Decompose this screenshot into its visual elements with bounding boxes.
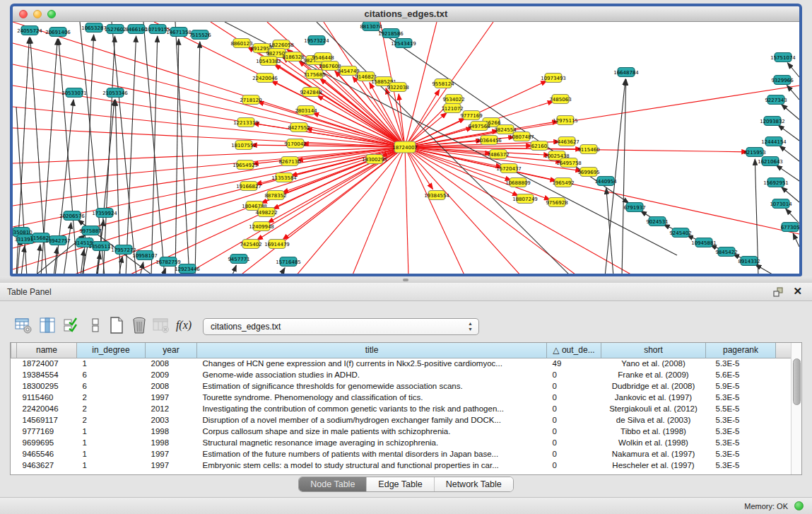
graph-node[interactable]: 1121072 [441, 104, 463, 113]
graph-node[interactable]: 24055724 [17, 26, 42, 35]
table-cell[interactable]: Yano et al. (2008) [601, 358, 706, 369]
table-cell[interactable]: Wolkin et al. (1998) [601, 437, 706, 448]
column-header-year[interactable]: year [146, 343, 197, 358]
table-cell[interactable]: Investigating the contribution of common… [197, 403, 547, 414]
column-header-in_degree[interactable]: in_degree [77, 343, 146, 358]
table-cell[interactable]: 0 [547, 403, 601, 414]
table-cell[interactable]: 49 [547, 358, 601, 369]
citation-edge-black[interactable] [37, 245, 40, 274]
scrollbar-thumb[interactable] [793, 358, 801, 405]
graph-node[interactable]: 9534022 [442, 95, 464, 104]
graph-node[interactable]: 9975887 [79, 226, 101, 235]
table-cell[interactable]: 1 [77, 448, 146, 460]
graph-node[interactable]: 1965492 [552, 178, 574, 187]
table-cell[interactable]: 0 [547, 448, 601, 460]
table-row[interactable]: 911546021997Tourette syndrome. Phenomeno… [11, 392, 792, 403]
table-row[interactable]: 946362711997Embryonic stem cells: a mode… [11, 460, 792, 471]
table-cell[interactable]: 5.6E-5 [706, 369, 776, 380]
divider-grip-icon[interactable] [403, 279, 408, 281]
graph-node[interactable]: 7486372 [487, 150, 509, 159]
column-header-pagerank[interactable]: pagerank [706, 343, 776, 358]
graph-node[interactable]: 12093832 [760, 117, 785, 126]
citation-edge-red[interactable] [352, 147, 405, 274]
table-scrollbar[interactable] [791, 343, 801, 474]
close-panel-icon[interactable]: ✕ [793, 285, 802, 298]
table-cell[interactable] [11, 448, 17, 460]
show-columns-icon[interactable] [37, 315, 58, 336]
graph-node[interactable]: 18807249 [512, 194, 538, 204]
citation-edge-red[interactable] [405, 147, 465, 274]
graph-node[interactable]: 9322038 [387, 83, 408, 92]
graph-node[interactable]: 17359924 [92, 209, 117, 218]
graph-node[interactable]: 9245402 [669, 228, 691, 238]
citation-edge-black[interactable] [126, 36, 136, 274]
graph-node[interactable]: 1073014 [770, 199, 792, 209]
graph-node[interactable]: 677305 [781, 223, 799, 232]
table-cell[interactable] [776, 358, 792, 369]
graph-node[interactable]: 12923446 [175, 264, 200, 274]
column-header-blank[interactable] [11, 343, 17, 358]
table-cell[interactable]: 5.3E-5 [706, 358, 776, 369]
table-select-dropdown[interactable]: citations_edges.txt ▲▼ [203, 318, 479, 335]
graph-node[interactable]: 19573224 [304, 36, 329, 45]
close-window-icon[interactable] [19, 10, 28, 18]
graph-node[interactable]: 10653287 [81, 23, 107, 33]
table-cell[interactable]: Jankovic et al. (1997) [601, 392, 706, 403]
table-row[interactable]: 1938455462009Genome-wide association stu… [11, 369, 792, 380]
table-cell[interactable]: 0 [547, 414, 601, 426]
table-cell[interactable]: 0 [547, 369, 601, 380]
table-cell[interactable] [776, 414, 792, 426]
network-canvas[interactable]: 1872400788601238912954182260589827509818… [13, 22, 799, 274]
graph-node[interactable]: 16210643 [758, 157, 783, 166]
table-cell[interactable]: 2009 [146, 369, 197, 380]
graph-node[interactable]: 8878352 [264, 191, 286, 200]
graph-node[interactable]: 14463627 [554, 137, 579, 146]
graph-node[interactable]: 7425402 [240, 240, 261, 249]
table-cell[interactable]: 5.3E-5 [706, 437, 776, 448]
graph-node[interactable]: 9242848 [300, 88, 322, 97]
table-cell[interactable]: 1997 [146, 392, 197, 403]
column-header-name[interactable]: name [17, 343, 77, 358]
panel-divider[interactable] [0, 276, 812, 283]
citation-edge-black[interactable] [64, 223, 71, 274]
table-cell[interactable]: 1 [77, 437, 146, 448]
table-row[interactable]: 946554611997Estimation of the future num… [11, 448, 792, 460]
graph-node[interactable]: 12409948 [249, 222, 274, 231]
citation-edge-black[interactable] [21, 246, 25, 274]
table-cell[interactable]: 0 [547, 392, 601, 403]
table-cell[interactable]: 2008 [146, 380, 197, 392]
table-cell[interactable]: 9699695 [17, 437, 77, 448]
table-cell[interactable]: 1998 [146, 437, 197, 448]
graph-node[interactable]: 15716485 [276, 257, 301, 267]
table-cell[interactable]: 2 [77, 403, 146, 414]
table-row[interactable]: 2242004622012Investigating the contribut… [11, 403, 792, 414]
table-cell[interactable]: 0 [547, 460, 601, 471]
citation-edge-black[interactable] [793, 233, 799, 247]
table-cell[interactable]: 9777169 [17, 426, 77, 437]
table-cell[interactable]: Disruption of a novel member of a sodium… [197, 414, 547, 426]
table-cell[interactable]: Corpus callosum shape and size in male p… [197, 426, 547, 437]
column-header-short[interactable]: short [601, 343, 706, 358]
table-mode-icon[interactable] [13, 315, 34, 336]
table-cell[interactable]: 6 [77, 380, 146, 392]
graph-node[interactable]: 7515526 [189, 30, 211, 40]
table-row[interactable]: 1830029562008Estimation of significance … [11, 380, 792, 392]
table-cell[interactable] [11, 358, 17, 369]
graph-node[interactable]: 15751074 [770, 53, 796, 62]
table-cell[interactable]: 1 [77, 460, 146, 471]
zoom-window-icon[interactable] [47, 10, 56, 18]
table-cell[interactable]: 14569117 [17, 414, 77, 426]
table-cell[interactable]: 5.3E-5 [706, 448, 776, 460]
table-cell[interactable]: Hescheler et al. (1997) [601, 460, 706, 471]
graph-node[interactable]: 1440954 [594, 177, 617, 186]
graph-node[interactable]: 8427552 [288, 123, 310, 132]
new-column-icon[interactable] [106, 315, 127, 336]
memory-ok-icon[interactable] [794, 501, 804, 510]
graph-node[interactable]: 3824554 [494, 125, 517, 134]
citation-edge-black[interactable] [787, 86, 799, 100]
table-cell[interactable] [11, 460, 17, 471]
graph-node[interactable]: 8813074 [360, 22, 382, 31]
table-cell[interactable] [11, 414, 17, 426]
tab-edge-table[interactable]: Edge Table [366, 477, 433, 491]
table-cell[interactable]: 5.3E-5 [706, 392, 776, 403]
